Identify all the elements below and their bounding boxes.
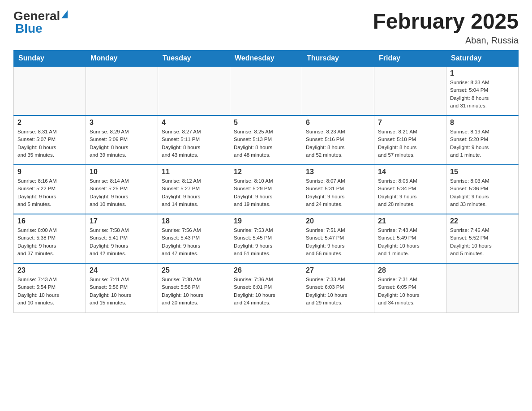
calendar-cell: 4Sunrise: 8:27 AMSunset: 5:11 PMDaylight… bbox=[158, 116, 230, 165]
day-info: Sunrise: 8:27 AMSunset: 5:11 PMDaylight:… bbox=[162, 128, 226, 159]
calendar-cell: 27Sunrise: 7:33 AMSunset: 6:03 PMDayligh… bbox=[302, 263, 374, 313]
day-info: Sunrise: 7:53 AMSunset: 5:45 PMDaylight:… bbox=[234, 227, 298, 257]
week-row-5: 23Sunrise: 7:43 AMSunset: 5:54 PMDayligh… bbox=[14, 263, 519, 313]
day-info: Sunrise: 7:48 AMSunset: 5:49 PMDaylight:… bbox=[378, 227, 442, 257]
day-number: 6 bbox=[306, 119, 370, 127]
calendar-cell: 9Sunrise: 8:16 AMSunset: 5:22 PMDaylight… bbox=[14, 165, 86, 214]
logo: General Blue bbox=[13, 9, 68, 36]
page-header: General Blue February 2025 Aban, Russia bbox=[13, 9, 519, 46]
day-number: 13 bbox=[306, 168, 370, 176]
week-row-2: 2Sunrise: 8:31 AMSunset: 5:07 PMDaylight… bbox=[14, 116, 519, 165]
day-number: 5 bbox=[234, 119, 298, 127]
calendar-cell: 8Sunrise: 8:19 AMSunset: 5:20 PMDaylight… bbox=[446, 116, 519, 165]
day-info: Sunrise: 8:21 AMSunset: 5:18 PMDaylight:… bbox=[378, 128, 442, 159]
day-info: Sunrise: 8:03 AMSunset: 5:36 PMDaylight:… bbox=[450, 177, 515, 208]
calendar-cell: 22Sunrise: 7:46 AMSunset: 5:52 PMDayligh… bbox=[446, 214, 519, 263]
weekday-header-wednesday: Wednesday bbox=[230, 51, 302, 67]
day-number: 22 bbox=[450, 217, 515, 225]
location-label: Aban, Russia bbox=[373, 35, 519, 46]
day-info: Sunrise: 7:41 AMSunset: 5:56 PMDaylight:… bbox=[90, 276, 154, 307]
calendar-cell: 3Sunrise: 8:29 AMSunset: 5:09 PMDaylight… bbox=[86, 116, 158, 165]
calendar-cell bbox=[14, 66, 86, 116]
day-info: Sunrise: 7:36 AMSunset: 6:01 PMDaylight:… bbox=[234, 276, 298, 307]
day-number: 15 bbox=[450, 168, 515, 176]
weekday-header-saturday: Saturday bbox=[446, 51, 519, 67]
day-info: Sunrise: 8:00 AMSunset: 5:38 PMDaylight:… bbox=[17, 227, 82, 257]
day-number: 2 bbox=[17, 119, 82, 127]
calendar-cell: 14Sunrise: 8:05 AMSunset: 5:34 PMDayligh… bbox=[374, 165, 446, 214]
weekday-header-monday: Monday bbox=[86, 51, 158, 67]
weekday-header-tuesday: Tuesday bbox=[158, 51, 230, 67]
day-number: 10 bbox=[90, 168, 154, 176]
calendar-table: SundayMondayTuesdayWednesdayThursdayFrid… bbox=[13, 50, 519, 313]
title-section: February 2025 Aban, Russia bbox=[373, 9, 519, 46]
day-info: Sunrise: 8:31 AMSunset: 5:07 PMDaylight:… bbox=[17, 128, 82, 159]
calendar-cell bbox=[158, 66, 230, 116]
calendar-cell: 12Sunrise: 8:10 AMSunset: 5:29 PMDayligh… bbox=[230, 165, 302, 214]
day-number: 25 bbox=[162, 266, 226, 274]
day-info: Sunrise: 8:25 AMSunset: 5:13 PMDaylight:… bbox=[234, 128, 298, 159]
day-info: Sunrise: 7:43 AMSunset: 5:54 PMDaylight:… bbox=[17, 276, 82, 307]
day-number: 20 bbox=[306, 217, 370, 225]
calendar-cell: 24Sunrise: 7:41 AMSunset: 5:56 PMDayligh… bbox=[86, 263, 158, 313]
day-number: 17 bbox=[90, 217, 154, 225]
calendar-cell: 15Sunrise: 8:03 AMSunset: 5:36 PMDayligh… bbox=[446, 165, 519, 214]
day-number: 26 bbox=[234, 266, 298, 274]
calendar-cell bbox=[230, 66, 302, 116]
day-number: 12 bbox=[234, 168, 298, 176]
weekday-header-thursday: Thursday bbox=[302, 51, 374, 67]
week-row-1: 1Sunrise: 8:33 AMSunset: 5:04 PMDaylight… bbox=[14, 66, 519, 116]
calendar-cell: 13Sunrise: 8:07 AMSunset: 5:31 PMDayligh… bbox=[302, 165, 374, 214]
day-info: Sunrise: 8:19 AMSunset: 5:20 PMDaylight:… bbox=[450, 128, 515, 159]
day-number: 24 bbox=[90, 266, 154, 274]
calendar-cell bbox=[302, 66, 374, 116]
calendar-cell: 6Sunrise: 8:23 AMSunset: 5:16 PMDaylight… bbox=[302, 116, 374, 165]
calendar-cell: 1Sunrise: 8:33 AMSunset: 5:04 PMDaylight… bbox=[446, 66, 519, 116]
calendar-cell bbox=[86, 66, 158, 116]
day-number: 9 bbox=[17, 168, 82, 176]
day-number: 23 bbox=[17, 266, 82, 274]
weekday-header-row: SundayMondayTuesdayWednesdayThursdayFrid… bbox=[14, 51, 519, 67]
day-number: 1 bbox=[450, 69, 515, 77]
calendar-cell: 11Sunrise: 8:12 AMSunset: 5:27 PMDayligh… bbox=[158, 165, 230, 214]
month-title: February 2025 bbox=[373, 9, 519, 34]
weekday-header-friday: Friday bbox=[374, 51, 446, 67]
calendar-cell: 5Sunrise: 8:25 AMSunset: 5:13 PMDaylight… bbox=[230, 116, 302, 165]
day-number: 19 bbox=[234, 217, 298, 225]
day-info: Sunrise: 7:46 AMSunset: 5:52 PMDaylight:… bbox=[450, 227, 515, 257]
day-info: Sunrise: 7:51 AMSunset: 5:47 PMDaylight:… bbox=[306, 227, 370, 257]
day-number: 8 bbox=[450, 119, 515, 127]
calendar-cell bbox=[446, 263, 519, 313]
calendar-cell: 23Sunrise: 7:43 AMSunset: 5:54 PMDayligh… bbox=[14, 263, 86, 313]
day-info: Sunrise: 7:33 AMSunset: 6:03 PMDaylight:… bbox=[306, 276, 370, 307]
week-row-4: 16Sunrise: 8:00 AMSunset: 5:38 PMDayligh… bbox=[14, 214, 519, 263]
day-number: 7 bbox=[378, 119, 442, 127]
calendar-cell: 25Sunrise: 7:38 AMSunset: 5:58 PMDayligh… bbox=[158, 263, 230, 313]
day-number: 11 bbox=[162, 168, 226, 176]
day-info: Sunrise: 8:14 AMSunset: 5:25 PMDaylight:… bbox=[90, 177, 154, 208]
calendar-cell: 17Sunrise: 7:58 AMSunset: 5:41 PMDayligh… bbox=[86, 214, 158, 263]
calendar-cell bbox=[374, 66, 446, 116]
calendar-cell: 26Sunrise: 7:36 AMSunset: 6:01 PMDayligh… bbox=[230, 263, 302, 313]
calendar-cell: 16Sunrise: 8:00 AMSunset: 5:38 PMDayligh… bbox=[14, 214, 86, 263]
calendar-cell: 19Sunrise: 7:53 AMSunset: 5:45 PMDayligh… bbox=[230, 214, 302, 263]
calendar-cell: 10Sunrise: 8:14 AMSunset: 5:25 PMDayligh… bbox=[86, 165, 158, 214]
day-info: Sunrise: 8:07 AMSunset: 5:31 PMDaylight:… bbox=[306, 177, 370, 208]
day-number: 27 bbox=[306, 266, 370, 274]
day-number: 4 bbox=[162, 119, 226, 127]
calendar-cell: 2Sunrise: 8:31 AMSunset: 5:07 PMDaylight… bbox=[14, 116, 86, 165]
logo-triangle-icon bbox=[61, 10, 68, 18]
day-info: Sunrise: 8:23 AMSunset: 5:16 PMDaylight:… bbox=[306, 128, 370, 159]
day-number: 14 bbox=[378, 168, 442, 176]
day-info: Sunrise: 8:05 AMSunset: 5:34 PMDaylight:… bbox=[378, 177, 442, 208]
day-info: Sunrise: 7:56 AMSunset: 5:43 PMDaylight:… bbox=[162, 227, 226, 257]
calendar-cell: 28Sunrise: 7:31 AMSunset: 6:05 PMDayligh… bbox=[374, 263, 446, 313]
day-number: 21 bbox=[378, 217, 442, 225]
day-info: Sunrise: 8:16 AMSunset: 5:22 PMDaylight:… bbox=[17, 177, 82, 208]
day-info: Sunrise: 8:12 AMSunset: 5:27 PMDaylight:… bbox=[162, 177, 226, 208]
calendar-cell: 7Sunrise: 8:21 AMSunset: 5:18 PMDaylight… bbox=[374, 116, 446, 165]
calendar-cell: 21Sunrise: 7:48 AMSunset: 5:49 PMDayligh… bbox=[374, 214, 446, 263]
day-info: Sunrise: 8:10 AMSunset: 5:29 PMDaylight:… bbox=[234, 177, 298, 208]
day-info: Sunrise: 8:29 AMSunset: 5:09 PMDaylight:… bbox=[90, 128, 154, 159]
weekday-header-sunday: Sunday bbox=[14, 51, 86, 67]
